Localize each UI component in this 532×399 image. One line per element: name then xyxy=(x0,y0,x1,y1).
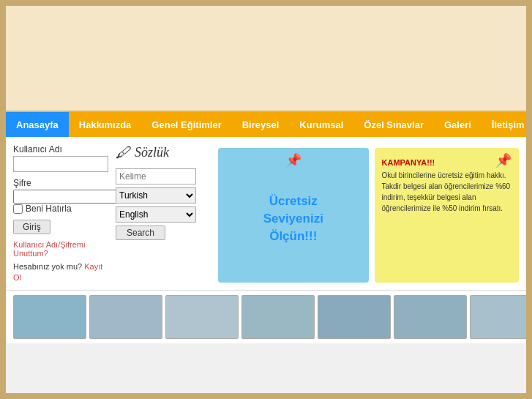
login-sidebar: Kullanıcı Adı Şifre Beni Hatırla Giriş K… xyxy=(13,144,108,283)
sticky-notes-area: ÜcretsizSeviyeniziÖlçün!!! KAMPANYA!!! O… xyxy=(218,144,519,283)
no-account-text: Hesabınız yok mu? Kayıt Ol xyxy=(13,262,102,282)
nav-item-genel-egitimler[interactable]: Genel Eğitimler xyxy=(141,112,231,137)
thumbnails-row xyxy=(6,290,526,343)
dictionary-word-input[interactable] xyxy=(116,168,196,184)
banner-area xyxy=(6,6,526,112)
sticky-blue-note: ÜcretsizSeviyeniziÖlçün!!! xyxy=(218,148,369,283)
remember-me-checkbox[interactable] xyxy=(13,204,23,214)
nav-item-ozel-sinavlar[interactable]: Özel Sınavlar xyxy=(353,112,434,137)
login-button[interactable]: Giriş xyxy=(13,220,50,234)
thumbnail-4[interactable] xyxy=(241,295,315,339)
nav-item-iletisim[interactable]: İletişim xyxy=(482,112,532,137)
main-content: Kullanıcı Adı Şifre Beni Hatırla Giriş K… xyxy=(6,137,526,290)
nav-item-hakkimizda[interactable]: Hakkımızda xyxy=(69,112,142,137)
sticky-yellow-text: Okul birincilerine ücretsiz eğitim hakkı… xyxy=(382,170,512,214)
thumbnail-1[interactable] xyxy=(13,295,86,339)
navigation-bar: Anasayfa Hakkımızda Genel Eğitimler Bire… xyxy=(6,112,526,137)
username-label: Kullanıcı Adı xyxy=(13,144,108,154)
forgot-link[interactable]: Kullanıcı Adı/Şifremi Unuttum? xyxy=(13,240,108,258)
dictionary-section: 🖊 Sözlük Turkish English English Turkish… xyxy=(116,144,211,283)
remember-me-label: Beni Hatırla xyxy=(26,204,72,214)
username-input[interactable] xyxy=(13,156,108,172)
sticky-yellow-note: KAMPANYA!!! Okul birincilerine ücretsiz … xyxy=(375,148,520,283)
thumbnail-7[interactable] xyxy=(470,295,526,339)
sozluk-label: Sözlük xyxy=(135,145,169,160)
nav-item-galeri[interactable]: Galeri xyxy=(434,112,482,137)
dictionary-lang2-select[interactable]: English Turkish xyxy=(116,206,196,223)
dictionary-lang1-select[interactable]: Turkish English xyxy=(116,187,196,204)
sticky-yellow-title: KAMPANYA!!! xyxy=(382,158,512,167)
nav-item-bireysel[interactable]: Bireysel xyxy=(232,112,290,137)
thumbnail-3[interactable] xyxy=(165,295,239,339)
sozluk-title: 🖊 Sözlük xyxy=(116,144,211,161)
nav-item-anasayfa[interactable]: Anasayfa xyxy=(6,112,69,137)
sticky-blue-text: ÜcretsizSeviyeniziÖlçün!!! xyxy=(263,193,323,245)
nav-item-kurumsal[interactable]: Kurumsal xyxy=(289,112,353,137)
thumbnail-2[interactable] xyxy=(89,295,162,339)
thumbnail-6[interactable] xyxy=(394,295,467,339)
remember-me-row: Beni Hatırla xyxy=(13,204,108,214)
sozluk-icon: 🖊 xyxy=(116,144,130,161)
thumbnail-5[interactable] xyxy=(318,295,391,339)
password-label: Şifre xyxy=(13,178,108,188)
search-button[interactable]: Search xyxy=(116,225,165,240)
